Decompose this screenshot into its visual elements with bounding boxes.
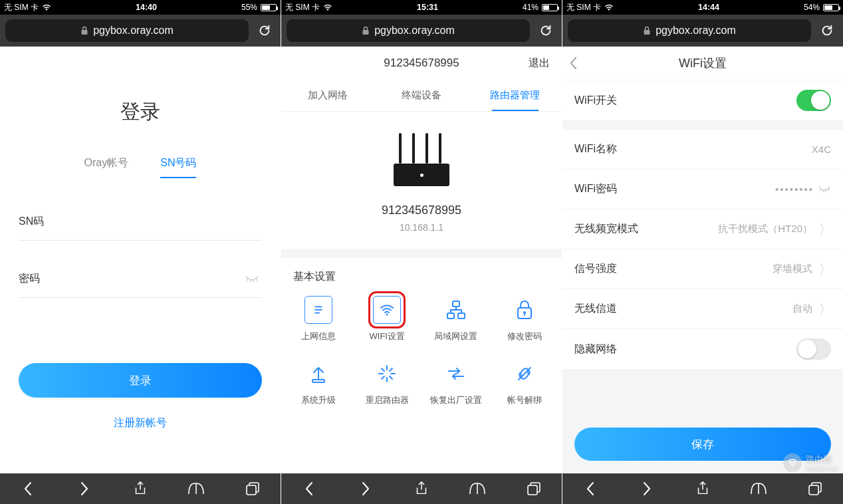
cell-label: 上网信息 xyxy=(301,330,336,342)
browser-addressbar: pgybox.oray.com xyxy=(0,15,281,47)
cell-internet-info[interactable]: 上网信息 xyxy=(284,296,353,342)
bookmarks-button[interactable] xyxy=(748,478,769,499)
forward-button[interactable] xyxy=(636,478,658,499)
sn-label: SN码 xyxy=(19,215,44,229)
reset-icon xyxy=(442,360,470,388)
lock-icon xyxy=(511,296,539,324)
tabs-button[interactable] xyxy=(242,478,263,499)
back-button[interactable] xyxy=(17,478,39,499)
chevron-right-icon: 〉 xyxy=(819,261,831,277)
reload-button[interactable] xyxy=(535,20,556,41)
bookmarks-button[interactable] xyxy=(185,478,207,499)
cell-change-password[interactable]: 修改密码 xyxy=(491,296,560,342)
row-wifi-name[interactable]: WiFi名称 X4C xyxy=(562,130,843,170)
wifi-switch-toggle[interactable] xyxy=(796,90,831,111)
url-field[interactable]: pgybox.oray.com xyxy=(5,19,249,42)
back-button[interactable] xyxy=(299,478,320,499)
row-label: 无线信道 xyxy=(574,302,617,316)
svg-rect-5 xyxy=(247,485,256,495)
battery-icon xyxy=(823,4,839,11)
svg-rect-6 xyxy=(363,30,369,35)
url-text: pgybox.oray.com xyxy=(374,25,455,37)
eye-icon[interactable] xyxy=(245,275,259,284)
status-bar: 无 SIM 卡 15:31 41% xyxy=(281,0,562,15)
logout-button[interactable]: 退出 xyxy=(529,57,550,70)
clock: 15:31 xyxy=(417,3,438,12)
row-label: 无线频宽模式 xyxy=(574,222,638,236)
status-bar: 无 SIM 卡 14:40 55% xyxy=(0,0,281,15)
back-button[interactable] xyxy=(580,478,601,499)
svg-rect-27 xyxy=(528,485,537,495)
tab-router-manage[interactable]: 路由器管理 xyxy=(468,80,562,111)
share-button[interactable] xyxy=(411,478,432,499)
status-bar: 无 SIM 卡 14:44 54% xyxy=(562,0,843,15)
sn-field[interactable]: SN码 xyxy=(19,203,262,241)
svg-line-24 xyxy=(390,368,392,371)
cell-factory-reset[interactable]: 恢复出厂设置 xyxy=(422,360,491,406)
device-sn: 912345678995 xyxy=(281,203,562,217)
register-link[interactable]: 注册新帐号 xyxy=(0,416,281,430)
row-bandwidth-mode[interactable]: 无线频宽模式 抗干扰模式（HT20）〉 xyxy=(562,209,843,249)
cell-label: 系统升级 xyxy=(301,394,336,406)
forward-button[interactable] xyxy=(74,478,95,499)
url-text: pgybox.oray.com xyxy=(93,25,174,37)
screen-login: 无 SIM 卡 14:40 55% pgybox.oray.com xyxy=(0,0,281,504)
svg-rect-11 xyxy=(453,301,459,307)
wifi-icon xyxy=(42,4,51,11)
wifi-icon xyxy=(323,4,332,11)
svg-point-10 xyxy=(386,313,388,315)
bookmarks-button[interactable] xyxy=(467,478,488,499)
screen-wifi-settings: 无 SIM 卡 14:44 54% pgybox.oray.com xyxy=(562,0,843,504)
cell-restart-router[interactable]: 重启路由器 xyxy=(353,360,422,406)
svg-line-22 xyxy=(382,368,384,371)
tabs-button[interactable] xyxy=(804,478,826,499)
forward-button[interactable] xyxy=(355,478,376,499)
section-title: 基本设置 xyxy=(281,258,562,289)
reload-button[interactable] xyxy=(254,20,275,41)
cell-label: 局域网设置 xyxy=(434,330,477,342)
chevron-right-icon: 〉 xyxy=(819,301,831,317)
upgrade-icon xyxy=(304,360,332,388)
cell-lan-settings[interactable]: 局域网设置 xyxy=(422,296,491,342)
hide-network-toggle[interactable] xyxy=(796,338,831,360)
password-field[interactable]: 密码 xyxy=(19,261,262,298)
svg-rect-12 xyxy=(447,313,454,318)
url-field[interactable]: pgybox.oray.com xyxy=(287,19,530,42)
share-button[interactable] xyxy=(692,478,713,499)
router-image xyxy=(382,126,461,190)
login-button[interactable]: 登录 xyxy=(19,363,262,398)
url-field[interactable]: pgybox.oray.com xyxy=(568,19,811,42)
unbind-icon xyxy=(511,360,539,388)
tab-terminal-devices[interactable]: 终端设备 xyxy=(375,80,469,111)
page-title: WiFi设置 xyxy=(679,55,727,71)
reload-button[interactable] xyxy=(816,20,838,41)
back-button[interactable] xyxy=(569,56,578,70)
cell-system-upgrade[interactable]: 系统升级 xyxy=(284,360,353,406)
cell-account-unbind[interactable]: 帐号解绑 xyxy=(491,360,560,406)
tab-sn-number[interactable]: SN号码 xyxy=(160,156,196,178)
battery-pct: 55% xyxy=(241,3,257,12)
row-label: WiFi密码 xyxy=(574,182,617,196)
browser-addressbar: pgybox.oray.com xyxy=(281,15,562,47)
device-ip: 10.168.1.1 xyxy=(281,222,562,233)
svg-line-25 xyxy=(382,376,384,379)
svg-line-29 xyxy=(820,189,820,190)
svg-rect-0 xyxy=(82,30,88,35)
tabs-button[interactable] xyxy=(523,478,544,499)
svg-rect-34 xyxy=(809,485,818,495)
eye-icon[interactable] xyxy=(818,186,831,193)
wifi-settings-icon xyxy=(373,296,401,324)
row-value: 抗干扰模式（HT20） xyxy=(718,223,812,235)
tab-join-network[interactable]: 加入网络 xyxy=(281,80,375,111)
row-wifi-password[interactable]: WiFi密码 •••••••• xyxy=(562,170,843,209)
cell-label: 帐号解绑 xyxy=(507,394,542,406)
share-button[interactable] xyxy=(130,478,151,499)
page-header: 912345678995 退出 xyxy=(281,47,562,80)
device-block: 912345678995 10.168.1.1 xyxy=(281,112,562,249)
row-wireless-channel[interactable]: 无线信道 自动〉 xyxy=(562,289,843,329)
settings-grid: 上网信息 WIFI设置 局域网设置 修改密码 系统升级 xyxy=(281,289,562,406)
cell-wifi-settings[interactable]: WIFI设置 xyxy=(353,296,422,342)
tab-oray-account[interactable]: Oray帐号 xyxy=(84,156,129,178)
row-signal-strength[interactable]: 信号强度 穿墙模式〉 xyxy=(562,249,843,289)
login-tabs: Oray帐号 SN号码 xyxy=(0,156,281,178)
